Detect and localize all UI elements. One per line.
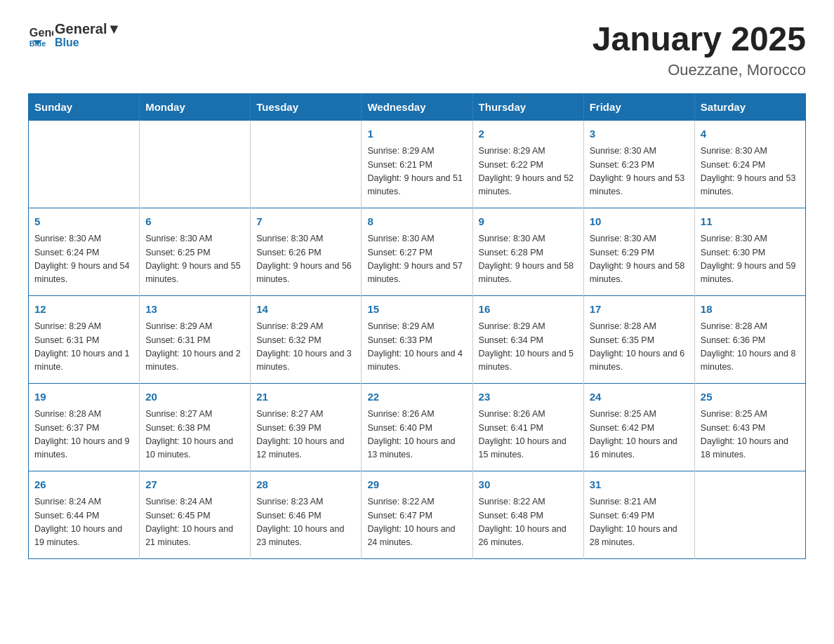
header-thursday: Thursday xyxy=(472,93,583,120)
day-info-13: Sunrise: 8:29 AMSunset: 6:31 PMDaylight:… xyxy=(145,320,244,375)
svg-text:General: General xyxy=(29,26,53,39)
page-subtitle: Ouezzane, Morocco xyxy=(593,61,806,79)
day-number-21: 21 xyxy=(256,389,355,405)
day-number-18: 18 xyxy=(701,302,800,318)
day-number-6: 6 xyxy=(145,214,244,230)
day-info-19: Sunrise: 8:28 AMSunset: 6:37 PMDaylight:… xyxy=(34,408,133,462)
day-info-9: Sunrise: 8:30 AMSunset: 6:28 PMDaylight:… xyxy=(479,232,578,287)
day-info-4: Sunrise: 8:30 AMSunset: 6:24 PMDaylight:… xyxy=(701,145,800,199)
calendar-cell-w1-d0 xyxy=(29,120,140,208)
calendar-cell-w4-d4: 23Sunrise: 8:26 AMSunset: 6:41 PMDayligh… xyxy=(472,383,583,471)
calendar-cell-w4-d0: 19Sunrise: 8:28 AMSunset: 6:37 PMDayligh… xyxy=(29,383,140,471)
day-info-7: Sunrise: 8:30 AMSunset: 6:26 PMDaylight:… xyxy=(256,232,355,287)
day-info-5: Sunrise: 8:30 AMSunset: 6:24 PMDaylight:… xyxy=(34,232,133,287)
day-info-1: Sunrise: 8:29 AMSunset: 6:21 PMDaylight:… xyxy=(367,145,466,199)
header-friday: Friday xyxy=(583,93,694,120)
day-number-14: 14 xyxy=(256,302,355,318)
calendar-header: Sunday Monday Tuesday Wednesday Thursday… xyxy=(29,93,806,120)
calendar-cell-w1-d4: 2Sunrise: 8:29 AMSunset: 6:22 PMDaylight… xyxy=(472,120,583,208)
week-row-4: 19Sunrise: 8:28 AMSunset: 6:37 PMDayligh… xyxy=(29,383,806,471)
day-number-4: 4 xyxy=(701,126,800,142)
day-number-11: 11 xyxy=(701,214,800,230)
calendar-cell-w3-d2: 14Sunrise: 8:29 AMSunset: 6:32 PMDayligh… xyxy=(251,295,362,383)
calendar-cell-w4-d1: 20Sunrise: 8:27 AMSunset: 6:38 PMDayligh… xyxy=(140,383,251,471)
week-row-5: 26Sunrise: 8:24 AMSunset: 6:44 PMDayligh… xyxy=(29,471,806,558)
calendar-cell-w3-d6: 18Sunrise: 8:28 AMSunset: 6:36 PMDayligh… xyxy=(694,295,805,383)
header-tuesday: Tuesday xyxy=(251,93,362,120)
calendar-cell-w4-d3: 22Sunrise: 8:26 AMSunset: 6:40 PMDayligh… xyxy=(362,383,472,471)
page-header: General Blue General▼ Blue January 2025 … xyxy=(28,21,806,79)
day-info-10: Sunrise: 8:30 AMSunset: 6:29 PMDaylight:… xyxy=(590,232,689,287)
calendar-cell-w2-d4: 9Sunrise: 8:30 AMSunset: 6:28 PMDaylight… xyxy=(472,208,583,295)
day-number-16: 16 xyxy=(479,302,578,318)
logo-general-text: General xyxy=(55,21,107,36)
day-number-27: 27 xyxy=(145,477,244,493)
day-info-29: Sunrise: 8:22 AMSunset: 6:47 PMDaylight:… xyxy=(367,495,466,550)
day-info-6: Sunrise: 8:30 AMSunset: 6:25 PMDaylight:… xyxy=(145,232,244,287)
day-number-31: 31 xyxy=(590,477,689,493)
day-number-5: 5 xyxy=(34,214,133,230)
logo: General Blue General▼ Blue xyxy=(28,21,121,49)
day-number-7: 7 xyxy=(256,214,355,230)
day-number-3: 3 xyxy=(590,126,689,142)
calendar-cell-w3-d0: 12Sunrise: 8:29 AMSunset: 6:31 PMDayligh… xyxy=(29,295,140,383)
day-number-1: 1 xyxy=(367,126,466,142)
day-number-9: 9 xyxy=(479,214,578,230)
calendar-cell-w2-d1: 6Sunrise: 8:30 AMSunset: 6:25 PMDaylight… xyxy=(140,208,251,295)
header-wednesday: Wednesday xyxy=(362,93,472,120)
calendar-cell-w2-d5: 10Sunrise: 8:30 AMSunset: 6:29 PMDayligh… xyxy=(583,208,694,295)
day-info-11: Sunrise: 8:30 AMSunset: 6:30 PMDaylight:… xyxy=(701,232,800,287)
day-number-13: 13 xyxy=(145,302,244,318)
calendar-table: Sunday Monday Tuesday Wednesday Thursday… xyxy=(28,93,806,559)
header-sunday: Sunday xyxy=(29,93,140,120)
calendar-cell-w5-d0: 26Sunrise: 8:24 AMSunset: 6:44 PMDayligh… xyxy=(29,471,140,558)
day-number-19: 19 xyxy=(34,389,133,405)
calendar-cell-w3-d3: 15Sunrise: 8:29 AMSunset: 6:33 PMDayligh… xyxy=(362,295,472,383)
day-number-30: 30 xyxy=(479,477,578,493)
page-title: January 2025 xyxy=(593,21,806,58)
logo-blue-text: Blue xyxy=(55,36,79,48)
day-info-27: Sunrise: 8:24 AMSunset: 6:45 PMDaylight:… xyxy=(145,495,244,550)
day-info-2: Sunrise: 8:29 AMSunset: 6:22 PMDaylight:… xyxy=(479,145,578,199)
day-info-28: Sunrise: 8:23 AMSunset: 6:46 PMDaylight:… xyxy=(256,495,355,550)
day-info-15: Sunrise: 8:29 AMSunset: 6:33 PMDaylight:… xyxy=(367,320,466,375)
calendar-cell-w3-d5: 17Sunrise: 8:28 AMSunset: 6:35 PMDayligh… xyxy=(583,295,694,383)
day-number-20: 20 xyxy=(145,389,244,405)
day-number-15: 15 xyxy=(367,302,466,318)
day-number-8: 8 xyxy=(367,214,466,230)
calendar-cell-w5-d4: 30Sunrise: 8:22 AMSunset: 6:48 PMDayligh… xyxy=(472,471,583,558)
header-saturday: Saturday xyxy=(694,93,805,120)
week-row-1: 1Sunrise: 8:29 AMSunset: 6:21 PMDaylight… xyxy=(29,120,806,208)
calendar-cell-w5-d1: 27Sunrise: 8:24 AMSunset: 6:45 PMDayligh… xyxy=(140,471,251,558)
day-number-24: 24 xyxy=(590,389,689,405)
calendar-cell-w5-d5: 31Sunrise: 8:21 AMSunset: 6:49 PMDayligh… xyxy=(583,471,694,558)
day-info-25: Sunrise: 8:25 AMSunset: 6:43 PMDaylight:… xyxy=(701,408,800,462)
day-info-31: Sunrise: 8:21 AMSunset: 6:49 PMDaylight:… xyxy=(590,495,689,550)
day-number-2: 2 xyxy=(479,126,578,142)
calendar-body: 1Sunrise: 8:29 AMSunset: 6:21 PMDaylight… xyxy=(29,120,806,558)
calendar-cell-w2-d2: 7Sunrise: 8:30 AMSunset: 6:26 PMDaylight… xyxy=(251,208,362,295)
day-number-29: 29 xyxy=(367,477,466,493)
calendar-cell-w5-d6 xyxy=(694,471,805,558)
calendar-cell-w1-d6: 4Sunrise: 8:30 AMSunset: 6:24 PMDaylight… xyxy=(694,120,805,208)
calendar-cell-w1-d1 xyxy=(140,120,251,208)
week-row-3: 12Sunrise: 8:29 AMSunset: 6:31 PMDayligh… xyxy=(29,295,806,383)
calendar-cell-w3-d1: 13Sunrise: 8:29 AMSunset: 6:31 PMDayligh… xyxy=(140,295,251,383)
day-info-16: Sunrise: 8:29 AMSunset: 6:34 PMDaylight:… xyxy=(479,320,578,375)
calendar-cell-w5-d2: 28Sunrise: 8:23 AMSunset: 6:46 PMDayligh… xyxy=(251,471,362,558)
day-info-21: Sunrise: 8:27 AMSunset: 6:39 PMDaylight:… xyxy=(256,408,355,462)
day-number-12: 12 xyxy=(34,302,133,318)
day-number-17: 17 xyxy=(590,302,689,318)
day-info-18: Sunrise: 8:28 AMSunset: 6:36 PMDaylight:… xyxy=(701,320,800,375)
calendar-cell-w2-d3: 8Sunrise: 8:30 AMSunset: 6:27 PMDaylight… xyxy=(362,208,472,295)
calendar-cell-w1-d2 xyxy=(251,120,362,208)
calendar-cell-w3-d4: 16Sunrise: 8:29 AMSunset: 6:34 PMDayligh… xyxy=(472,295,583,383)
calendar-cell-w4-d5: 24Sunrise: 8:25 AMSunset: 6:42 PMDayligh… xyxy=(583,383,694,471)
header-monday: Monday xyxy=(140,93,251,120)
calendar-cell-w2-d0: 5Sunrise: 8:30 AMSunset: 6:24 PMDaylight… xyxy=(29,208,140,295)
day-info-8: Sunrise: 8:30 AMSunset: 6:27 PMDaylight:… xyxy=(367,232,466,287)
calendar-cell-w1-d3: 1Sunrise: 8:29 AMSunset: 6:21 PMDaylight… xyxy=(362,120,472,208)
day-info-26: Sunrise: 8:24 AMSunset: 6:44 PMDaylight:… xyxy=(34,495,133,550)
day-number-23: 23 xyxy=(479,389,578,405)
calendar-cell-w1-d5: 3Sunrise: 8:30 AMSunset: 6:23 PMDaylight… xyxy=(583,120,694,208)
